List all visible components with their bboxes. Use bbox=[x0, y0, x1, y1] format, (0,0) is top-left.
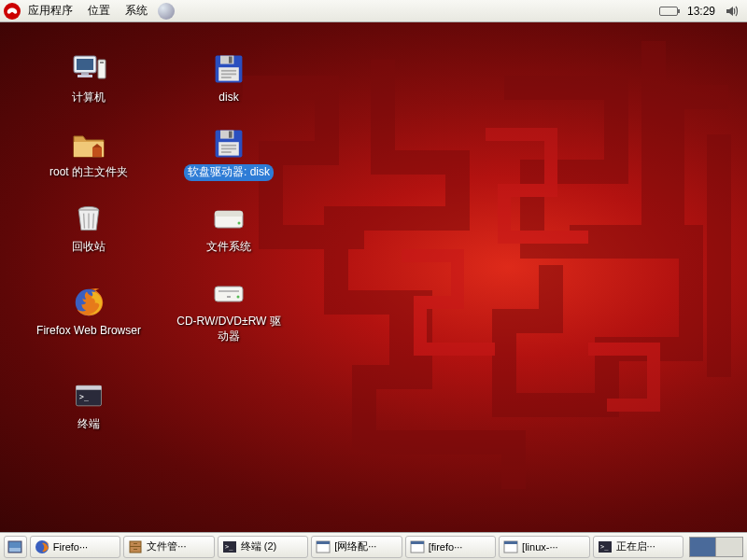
svg-line-24 bbox=[93, 214, 94, 229]
menu-places[interactable]: 位置 bbox=[80, 1, 118, 21]
svg-text:>_: >_ bbox=[225, 543, 233, 551]
desktop-icon-dvd[interactable]: CD-RW/DVD±RW 驱 动器 bbox=[159, 274, 299, 344]
svg-rect-30 bbox=[218, 290, 239, 292]
computer-icon bbox=[70, 50, 107, 88]
desktop-icon-floppy-drive[interactable]: 软盘驱动器: disk bbox=[159, 125, 299, 181]
show-desktop-button[interactable] bbox=[4, 536, 27, 558]
desktop-icon-label: 回收站 bbox=[68, 239, 109, 256]
taskbar-item-label: Firefo··· bbox=[53, 541, 88, 553]
terminal-icon: >_ bbox=[222, 539, 237, 554]
svg-rect-2 bbox=[81, 73, 89, 75]
taskbar-item-filemanager[interactable]: 文件管··· bbox=[123, 536, 214, 558]
terminal-icon: >_ bbox=[598, 539, 613, 554]
floppy-disk-icon bbox=[210, 50, 247, 88]
taskbar-item-label: 文件管··· bbox=[147, 539, 186, 553]
desktop-icon-label: disk bbox=[215, 90, 242, 106]
svg-point-31 bbox=[237, 296, 240, 299]
firefox-icon bbox=[35, 539, 49, 554]
svg-rect-41 bbox=[134, 543, 137, 544]
svg-text:>_: >_ bbox=[79, 392, 89, 401]
workspace-2[interactable] bbox=[716, 538, 742, 556]
bottom-panel: Firefo··· 文件管··· >_ 终端 (2) [网络配··· [fire… bbox=[0, 532, 747, 560]
svg-rect-5 bbox=[100, 62, 104, 63]
menu-applications[interactable]: 应用程序 bbox=[21, 1, 80, 21]
taskbar-item-linux[interactable]: [linux-··· bbox=[499, 536, 589, 558]
svg-rect-10 bbox=[221, 70, 236, 72]
workspace-1[interactable] bbox=[690, 538, 716, 556]
desktop-icon-filesystem[interactable]: 文件系统 bbox=[159, 200, 299, 256]
svg-text:>_: >_ bbox=[600, 543, 609, 551]
desktop-icon-disk[interactable]: disk bbox=[159, 50, 299, 106]
svg-rect-20 bbox=[221, 151, 232, 153]
svg-rect-29 bbox=[215, 287, 243, 301]
window-icon bbox=[316, 539, 331, 554]
drive-icon bbox=[210, 200, 247, 237]
svg-rect-34 bbox=[77, 385, 102, 390]
taskbar-item-firefox2[interactable]: [firefo··· bbox=[405, 536, 496, 558]
taskbar-item-label: [firefo··· bbox=[429, 541, 463, 553]
taskbar-item-label: [linux-··· bbox=[522, 541, 558, 553]
desktop[interactable]: 计算机 disk root 的主文件夹 软盘驱动器: disk 回收站 文件系统 bbox=[0, 22, 747, 532]
desktop-icon-label: 文件系统 bbox=[203, 239, 255, 256]
taskbar-item-label: 终端 (2) bbox=[241, 539, 277, 553]
menu-system[interactable]: 系统 bbox=[118, 1, 155, 21]
svg-rect-12 bbox=[221, 77, 232, 78]
taskbar-item-firefox[interactable]: Firefo··· bbox=[30, 536, 120, 558]
file-cabinet-icon bbox=[128, 539, 143, 554]
terminal-icon: >_ bbox=[70, 377, 107, 414]
svg-rect-3 bbox=[78, 75, 92, 77]
svg-rect-48 bbox=[411, 541, 424, 544]
window-icon bbox=[503, 539, 518, 554]
desktop-icon-terminal[interactable]: >_ 终端 bbox=[19, 377, 159, 433]
window-icon bbox=[410, 539, 425, 554]
redhat-logo-icon[interactable] bbox=[4, 3, 21, 20]
svg-rect-19 bbox=[221, 148, 236, 150]
floppy-disk-icon bbox=[210, 125, 247, 162]
desktop-icon-label: 计算机 bbox=[68, 90, 109, 106]
home-folder-icon bbox=[70, 125, 107, 162]
clock[interactable]: 13:29 bbox=[687, 5, 715, 18]
trash-icon bbox=[70, 200, 107, 237]
desktop-icon-label: CD-RW/DVD±RW 驱 动器 bbox=[173, 314, 284, 344]
workspace-switcher bbox=[689, 537, 743, 557]
svg-rect-8 bbox=[229, 57, 233, 63]
svg-rect-40 bbox=[130, 546, 141, 547]
svg-rect-13 bbox=[92, 147, 102, 157]
firefox-icon bbox=[70, 284, 107, 321]
desktop-icon-trash[interactable]: 回收站 bbox=[19, 200, 159, 256]
optical-drive-icon bbox=[210, 274, 247, 312]
svg-rect-11 bbox=[221, 74, 236, 76]
desktop-icon-computer[interactable]: 计算机 bbox=[19, 50, 159, 106]
svg-point-27 bbox=[238, 222, 241, 225]
svg-line-22 bbox=[84, 214, 85, 229]
volume-icon[interactable] bbox=[725, 4, 740, 19]
svg-rect-26 bbox=[215, 211, 243, 217]
battery-icon[interactable] bbox=[659, 7, 678, 16]
taskbar-item-network[interactable]: [网络配··· bbox=[311, 536, 402, 558]
svg-rect-42 bbox=[134, 549, 137, 550]
svg-rect-32 bbox=[227, 296, 231, 298]
panel-launcher-icon[interactable] bbox=[158, 3, 175, 20]
svg-rect-16 bbox=[229, 132, 233, 138]
desktop-icon-label: 软盘驱动器: disk bbox=[184, 164, 274, 181]
taskbar-item-label: 正在启··· bbox=[616, 539, 655, 553]
top-panel: 应用程序 位置 系统 13:29 bbox=[0, 0, 747, 22]
taskbar-item-starting[interactable]: >_ 正在启··· bbox=[593, 536, 684, 558]
desktop-icon-firefox[interactable]: Firefox Web Browser bbox=[19, 284, 159, 340]
taskbar-item-label: [网络配··· bbox=[334, 539, 376, 553]
desktop-icon-label: Firefox Web Browser bbox=[33, 323, 145, 340]
svg-rect-37 bbox=[9, 548, 21, 552]
desktop-icon-label: 终端 bbox=[74, 416, 104, 433]
svg-rect-18 bbox=[221, 145, 236, 147]
svg-rect-1 bbox=[77, 59, 93, 70]
taskbar-item-terminal[interactable]: >_ 终端 (2) bbox=[218, 536, 308, 558]
svg-rect-50 bbox=[504, 541, 517, 544]
svg-rect-46 bbox=[317, 541, 330, 544]
desktop-icon-label: root 的主文件夹 bbox=[46, 164, 132, 181]
desktop-icon-home[interactable]: root 的主文件夹 bbox=[19, 125, 159, 181]
